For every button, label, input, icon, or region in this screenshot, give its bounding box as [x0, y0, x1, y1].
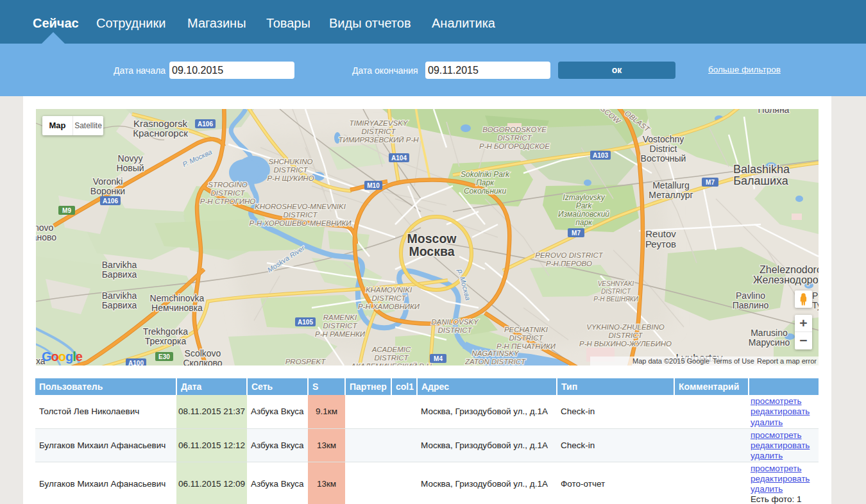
- svg-text:M4: M4: [434, 355, 443, 362]
- svg-text:Pavlino: Pavlino: [736, 290, 765, 301]
- svg-text:A106: A106: [198, 121, 213, 128]
- svg-text:SHCHUKINO: SHCHUKINO: [268, 158, 312, 165]
- svg-text:Zheleznodoroz: Zheleznodoroz: [760, 264, 819, 275]
- svg-text:Металлург: Металлург: [649, 190, 693, 200]
- svg-text:Moscow: Moscow: [407, 231, 457, 246]
- svg-text:Metallurg: Metallurg: [652, 180, 690, 190]
- svg-text:Сколково: Сколково: [183, 358, 222, 365]
- svg-text:Сокольники: Сокольники: [464, 187, 506, 196]
- svg-text:Р-Н ХОРОШЕВО-МНЕВНИКИ: Р-Н ХОРОШЕВО-МНЕВНИКИ: [249, 219, 352, 227]
- svg-text:E30: E30: [158, 353, 170, 360]
- svg-text:Voronki: Voronki: [93, 176, 123, 187]
- svg-text:Trekhgorka: Trekhgorka: [143, 326, 189, 337]
- svg-text:Nemchinovka: Nemchinovka: [150, 293, 205, 303]
- svg-text:Ту: Ту: [812, 300, 819, 310]
- svg-text:Барвиха: Барвиха: [102, 300, 137, 310]
- svg-text:DISTRICT: DISTRICT: [361, 128, 396, 135]
- svg-text:STROGINO: STROGINO: [208, 181, 247, 189]
- svg-text:Воронки: Воронки: [90, 186, 125, 196]
- svg-text:VESHNYAKI: VESHNYAKI: [598, 280, 634, 287]
- svg-text:PEROVO DISTRICT: PEROVO DISTRICT: [535, 251, 603, 259]
- svg-text:Р-Н СТРОГИНО: Р-Н СТРОГИНО: [200, 197, 255, 205]
- svg-text:ZATON DISTRICT: ZATON DISTRICT: [464, 358, 526, 365]
- svg-text:Павлино: Павлино: [733, 300, 769, 310]
- svg-text:A106: A106: [103, 197, 118, 205]
- svg-text:Измайловский: Измайловский: [558, 210, 609, 219]
- svg-text:M7: M7: [572, 230, 581, 237]
- svg-text:Реутов: Реутов: [645, 239, 676, 249]
- svg-text:ТИМИРЯЗЕВСКИЙ Р-Н: ТИМИРЯЗЕВСКИЙ Р-Н: [338, 136, 419, 144]
- svg-text:PROSPEKT: PROSPEKT: [285, 358, 327, 365]
- svg-text:парк: парк: [575, 218, 593, 227]
- svg-text:Р-Н РАМЕНКИ: Р-Н РАМЕНКИ: [315, 330, 366, 338]
- svg-text:Поляна: Поляна: [758, 109, 790, 115]
- svg-text:ACADEMIC: ACADEMIC: [371, 346, 411, 353]
- svg-text:M10: M10: [367, 182, 380, 189]
- svg-text:DISTRICT: DISTRICT: [601, 288, 631, 295]
- svg-text:KHAMOVNIKI: KHAMOVNIKI: [366, 286, 412, 294]
- svg-text:RAMENKI: RAMENKI: [323, 314, 357, 321]
- svg-text:Novyy: Novyy: [118, 153, 143, 164]
- svg-text:lanovo: lanovo: [36, 223, 53, 233]
- svg-text:A103: A103: [593, 152, 608, 159]
- svg-text:DISTRICT: DISTRICT: [509, 334, 543, 342]
- svg-text:Izmaylovsky: Izmaylovsky: [563, 193, 605, 202]
- svg-text:Balashikha: Balashikha: [733, 163, 790, 176]
- svg-text:DISTRICT: DISTRICT: [323, 322, 357, 330]
- svg-text:Marusino: Marusino: [751, 328, 788, 338]
- svg-text:A104: A104: [391, 155, 407, 162]
- svg-text:NAGATINSKY: NAGATINSKY: [471, 349, 520, 357]
- svg-text:DISTRICT: DISTRICT: [374, 354, 409, 362]
- svg-text:DISTRICT: DISTRICT: [608, 332, 643, 339]
- svg-text:District: District: [650, 144, 677, 154]
- svg-text:Восточный: Восточный: [641, 153, 686, 164]
- svg-text:Р-Н ЩУКИНО: Р-Н ЩУКИНО: [267, 174, 314, 182]
- svg-text:BOGORODSKOYE: BOGORODSKOYE: [482, 126, 547, 133]
- svg-text:Р-Н ВЫХИНО-ЖУЛЕБИНО: Р-Н ВЫХИНО-ЖУЛЕБИНО: [579, 340, 672, 348]
- svg-text:Р-Н ВЕШНЯКИ: Р-Н ВЕШНЯКИ: [593, 296, 638, 303]
- svg-text:A100: A100: [128, 360, 144, 365]
- svg-text:A105: A105: [298, 319, 313, 326]
- svg-text:Немчиновка: Немчиновка: [151, 303, 203, 313]
- svg-text:DISTRICT: DISTRICT: [273, 166, 308, 174]
- svg-text:Марусино: Марусино: [749, 337, 790, 348]
- svg-text:DISTRICT: DISTRICT: [437, 326, 472, 334]
- svg-text:Barvikha: Barvikha: [102, 260, 137, 270]
- svg-text:Sokolniki Park: Sokolniki Park: [461, 170, 510, 179]
- svg-text:KHOROSHEVO-MNEVNIKI: KHOROSHEVO-MNEVNIKI: [255, 203, 346, 210]
- svg-text:Scolkovo: Scolkovo: [185, 348, 221, 358]
- svg-text:Новый: Новый: [116, 163, 144, 173]
- svg-text:TIMIRYAZEVSKY: TIMIRYAZEVSKY: [350, 119, 409, 127]
- svg-text:Pu: Pu: [812, 290, 819, 301]
- svg-text:VYKHINO-ZHULEBINO: VYKHINO-ZHULEBINO: [586, 323, 664, 331]
- svg-text:M7: M7: [706, 179, 715, 186]
- svg-text:Р-Н БОГОРОДСКОЕ: Р-Н БОГОРОДСКОЕ: [479, 142, 550, 150]
- svg-text:Barvikha: Barvikha: [102, 290, 137, 301]
- svg-text:PECHATNIKI: PECHATNIKI: [504, 326, 548, 333]
- svg-text:Балашиха: Балашиха: [733, 174, 789, 187]
- svg-text:Парк: Парк: [476, 178, 495, 187]
- svg-text:DISTRICT: DISTRICT: [210, 189, 245, 197]
- svg-text:Park: Park: [576, 201, 593, 210]
- svg-text:Vostochny: Vostochny: [643, 134, 684, 144]
- svg-text:DISTRICT: DISTRICT: [283, 211, 318, 219]
- svg-text:Р-Н ХАМОВНИКИ: Р-Н ХАМОВНИКИ: [358, 303, 420, 310]
- svg-text:Красногорск: Красногорск: [133, 128, 188, 139]
- svg-text:DANILOVSKY: DANILOVSKY: [431, 318, 479, 326]
- svg-text:Барвиха: Барвиха: [102, 269, 137, 280]
- svg-text:Reutov: Reutov: [645, 228, 676, 239]
- svg-text:АКАДЕМИЧЕСКИЙ Р-Н: АКАДЕМИЧЕСКИЙ Р-Н: [350, 362, 432, 365]
- svg-text:M9: M9: [62, 207, 71, 214]
- svg-text:DISTRICT: DISTRICT: [497, 134, 532, 142]
- svg-text:наново: наново: [36, 232, 56, 242]
- svg-text:DISTRICT: DISTRICT: [371, 294, 406, 302]
- svg-text:Трехгорка: Трехгорка: [145, 336, 187, 346]
- svg-text:Р-Н ПЕРОВО: Р-Н ПЕРОВО: [546, 260, 592, 267]
- svg-text:Москва: Москва: [409, 244, 454, 258]
- svg-text:Железнодорож: Железнодорож: [753, 274, 819, 285]
